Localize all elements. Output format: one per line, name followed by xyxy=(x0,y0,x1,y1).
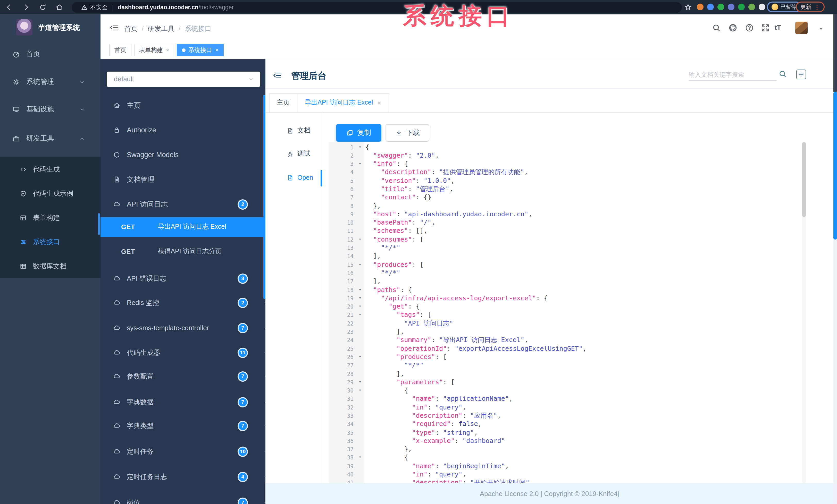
sidebar-subitem[interactable]: 代码生成示例 xyxy=(0,181,101,206)
download-button[interactable]: 下载 xyxy=(386,124,429,142)
fullscreen-icon[interactable] xyxy=(761,23,770,33)
sidebar-item[interactable]: 研发工具 xyxy=(0,125,101,152)
api-group-item[interactable]: 定时任务日志4 xyxy=(101,464,265,489)
forward-icon[interactable] xyxy=(22,3,31,11)
window-scrollbar-track-lower[interactable] xyxy=(833,240,837,504)
sidebar-scrollbar-thumb[interactable] xyxy=(98,213,100,235)
rail-item-文档[interactable]: 文档 xyxy=(287,125,310,137)
fold-toggle-icon[interactable]: ▾ xyxy=(359,160,361,168)
fold-toggle-icon[interactable]: ▾ xyxy=(359,353,361,361)
count-badge: 7 xyxy=(237,323,248,333)
breadcrumb-item[interactable]: 系统接口 xyxy=(185,25,212,33)
fold-toggle-icon[interactable]: ▾ xyxy=(359,143,361,151)
api-nav-item[interactable]: 主页 xyxy=(101,93,265,118)
api-group-item[interactable]: 字典类型7 xyxy=(101,413,265,438)
leaf-extension-icon[interactable] xyxy=(748,4,755,10)
security-label[interactable]: 不安全 xyxy=(90,3,108,11)
logo-row[interactable]: 芋道管理系统 xyxy=(0,14,101,40)
api-group-item[interactable]: 代码生成器11 xyxy=(101,340,265,365)
rail-item-Open[interactable]: Open xyxy=(287,171,313,184)
api-group-item[interactable]: API 错误日志3 xyxy=(101,266,265,291)
api-group-item[interactable]: 参数配置7 xyxy=(101,364,265,389)
tag-item[interactable]: 表单构建× xyxy=(134,44,175,56)
bookmark-star-icon[interactable] xyxy=(684,3,692,11)
sidebar-item[interactable]: 基础设施 xyxy=(0,95,101,123)
close-icon[interactable]: × xyxy=(166,47,169,53)
check-extension-icon[interactable] xyxy=(717,4,724,10)
doc-search-input[interactable] xyxy=(689,69,777,81)
line-number: 13 xyxy=(330,244,363,252)
tag-active[interactable]: 系统接口× xyxy=(177,44,224,56)
api-nav-item[interactable]: 文档管理 xyxy=(101,167,265,192)
rail-item-调试[interactable]: 调试 xyxy=(287,148,310,160)
code-token: : xyxy=(435,462,443,470)
fold-toggle-icon[interactable]: ▾ xyxy=(359,236,361,244)
doc-search-icon[interactable] xyxy=(778,69,787,78)
home-icon[interactable] xyxy=(55,3,64,11)
breadcrumb-item[interactable]: 研发工具 xyxy=(148,25,175,33)
url-host[interactable]: dashboard.yudao.iocoder.cn xyxy=(118,4,198,10)
translate-extension-icon[interactable] xyxy=(738,4,745,10)
fold-toggle-icon[interactable]: ▾ xyxy=(359,453,361,462)
fold-toggle-icon[interactable]: ▾ xyxy=(359,386,361,395)
fold-toggle-icon[interactable]: ▾ xyxy=(359,378,361,387)
close-icon[interactable]: × xyxy=(215,47,218,53)
help-icon[interactable] xyxy=(745,23,754,33)
sidebar-item[interactable]: 首页 xyxy=(0,40,101,68)
doc-tab[interactable]: 主页 xyxy=(269,93,297,113)
proxy-extension-icon[interactable] xyxy=(697,4,704,10)
close-icon[interactable]: × xyxy=(377,99,381,106)
api-group-item[interactable]: Redis 监控2 xyxy=(101,290,265,315)
fold-toggle-icon[interactable]: ▾ xyxy=(359,286,361,294)
api-group-item[interactable]: 字典数据7 xyxy=(101,390,265,414)
grid-extension-icon[interactable] xyxy=(728,4,734,10)
fold-toggle-icon[interactable]: ▾ xyxy=(359,311,361,319)
sidebar-subitem[interactable]: 代码生成 xyxy=(0,157,101,181)
font-size-icon[interactable]: tT xyxy=(774,24,781,32)
api-group-item[interactable]: 岗位7 xyxy=(101,490,265,504)
sidebar-subitem[interactable]: 系统接口 xyxy=(0,230,101,254)
group-select[interactable]: default xyxy=(107,71,260,87)
api-operation[interactable]: GET导出API 访问日志 Excel xyxy=(101,217,265,237)
lock-icon xyxy=(113,126,121,134)
avatar[interactable] xyxy=(795,22,808,34)
sidebar-item-label: 基础设施 xyxy=(26,105,54,114)
api-sidebar-scrollbar-thumb[interactable] xyxy=(263,95,265,299)
window-scrollbar-track[interactable] xyxy=(833,14,837,92)
code-token: "summary" xyxy=(366,336,431,344)
api-nav-item[interactable]: API 访问日志2 xyxy=(101,192,265,217)
api-nav-item[interactable]: Swagger Models xyxy=(101,143,265,167)
api-group-item[interactable]: sys-sms-template-controller7 xyxy=(101,316,265,340)
address-bar[interactable]: 不安全 | dashboard.yudao.iocoder.cn/tool/sw… xyxy=(72,2,682,13)
window-scrollbar-thumb[interactable] xyxy=(833,92,837,240)
back-icon[interactable] xyxy=(5,3,13,11)
sidebar-collapse-icon[interactable] xyxy=(109,23,119,33)
api-nav-item[interactable]: Authorize xyxy=(101,118,265,143)
doc-tab[interactable]: 导出API 访问日志 Excel× xyxy=(297,93,389,113)
puzzle-extension-icon[interactable] xyxy=(759,4,765,10)
panel-collapse-icon[interactable] xyxy=(273,70,282,80)
tag-item[interactable]: 首页 xyxy=(109,44,131,56)
chevron-down-icon[interactable] xyxy=(818,26,824,32)
github-icon[interactable] xyxy=(728,23,737,33)
code-token: "consumes" xyxy=(366,236,412,243)
fold-toggle-icon[interactable]: ▾ xyxy=(359,294,361,303)
editor-scrollbar-thumb[interactable] xyxy=(802,142,806,217)
copy-button[interactable]: 复制 xyxy=(336,124,381,142)
reload-icon[interactable] xyxy=(39,3,47,11)
sidebar-subitem[interactable]: 数据库文档 xyxy=(0,254,101,278)
browser-menu-icon[interactable]: ⋮ xyxy=(814,4,820,10)
api-group-item[interactable]: 定时任务10 xyxy=(101,439,265,464)
fold-toggle-icon[interactable]: ▾ xyxy=(359,260,361,269)
drop-extension-icon[interactable] xyxy=(707,4,714,10)
sidebar-subitem[interactable]: 表单构建 xyxy=(0,206,101,230)
fold-toggle-icon[interactable]: ▾ xyxy=(359,302,361,311)
sidebar-item[interactable]: 系统管理 xyxy=(0,68,101,96)
api-operation[interactable]: GET获得API 访问日志分页 xyxy=(101,242,265,261)
language-toggle[interactable]: 中 xyxy=(796,69,806,79)
code-editor[interactable]: 1▾23▾456789101112▾131415▾161718▾19▾20▾21… xyxy=(330,142,802,483)
count-badge: 7 xyxy=(237,497,248,504)
update-chip[interactable]: 更新 ⋮ xyxy=(796,2,824,12)
search-icon[interactable] xyxy=(712,23,721,33)
breadcrumb-item[interactable]: 首页 xyxy=(124,25,138,33)
